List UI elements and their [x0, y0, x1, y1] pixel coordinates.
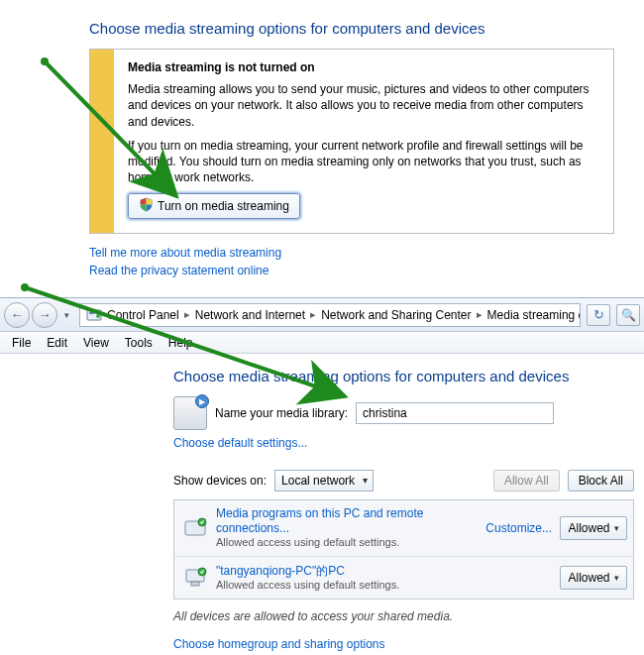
breadcrumb-item[interactable]: Network and Sharing Center — [319, 308, 473, 322]
search-icon: 🔍 — [621, 308, 636, 322]
device-icon — [180, 513, 210, 543]
back-button[interactable]: ← — [4, 302, 30, 328]
info-paragraph: Media streaming allows you to send your … — [128, 81, 599, 130]
nav-toolbar: ← → ▾ Control Panel ▸ Network and Intern… — [0, 298, 644, 332]
control-panel-icon — [86, 307, 102, 323]
show-devices-value: Local network — [281, 474, 355, 488]
menu-tools[interactable]: Tools — [117, 334, 161, 352]
allowed-dropdown[interactable]: Allowed — [560, 516, 627, 540]
show-devices-select[interactable]: Local network — [274, 470, 374, 491]
menu-file[interactable]: File — [4, 334, 39, 352]
device-list: Media programs on this PC and remote con… — [173, 499, 634, 600]
breadcrumb-item[interactable]: Media streaming options — [485, 308, 581, 322]
library-name-label: Name your media library: — [215, 406, 348, 420]
page-heading: Choose media streaming options for compu… — [89, 20, 614, 37]
chevron-right-icon[interactable]: ▸ — [181, 308, 193, 321]
device-title-link[interactable]: Media programs on this PC and remote con… — [216, 506, 485, 536]
block-all-button[interactable]: Block All — [568, 470, 634, 491]
info-accent-bar — [90, 50, 114, 233]
breadcrumb-item[interactable]: Control Panel — [105, 308, 181, 322]
shield-icon — [139, 197, 154, 216]
device-subtitle: Allowed access using default settings. — [216, 536, 485, 550]
svg-point-2 — [96, 314, 100, 318]
device-title-link[interactable]: "tangyanqiong-PC"的PC — [216, 564, 560, 579]
info-panel: Media streaming is not turned on Media s… — [89, 49, 614, 234]
show-devices-label: Show devices on: — [173, 474, 267, 488]
homegroup-link[interactable]: Choose homegroup and sharing options — [173, 637, 634, 651]
svg-rect-6 — [191, 582, 199, 586]
learn-more-link[interactable]: Tell me more about media streaming — [89, 246, 281, 260]
device-row: Media programs on this PC and remote con… — [174, 500, 633, 556]
summary-text: All devices are allowed to access your s… — [173, 609, 634, 623]
privacy-link[interactable]: Read the privacy statement online — [89, 264, 268, 277]
svg-rect-1 — [89, 312, 94, 314]
device-row: "tangyanqiong-PC"的PC Allowed access usin… — [174, 556, 633, 599]
forward-arrow-icon: → — [39, 307, 52, 322]
forward-button[interactable]: → — [32, 302, 57, 328]
device-subtitle: Allowed access using default settings. — [216, 579, 560, 593]
menu-bar: File Edit View Tools Help — [0, 332, 644, 354]
chevron-right-icon[interactable]: ▸ — [474, 308, 485, 321]
page-heading: Choose media streaming options for compu… — [173, 368, 634, 384]
turn-on-media-streaming-button[interactable]: Turn on media streaming — [128, 193, 300, 219]
explorer-window: ← → ▾ Control Panel ▸ Network and Intern… — [0, 297, 644, 655]
turn-on-button-label: Turn on media streaming — [158, 198, 289, 214]
info-title: Media streaming is not turned on — [128, 59, 599, 75]
allow-all-button[interactable]: Allow All — [493, 470, 560, 491]
library-name-input[interactable] — [356, 402, 554, 424]
menu-help[interactable]: Help — [161, 334, 201, 352]
search-button[interactable]: 🔍 — [616, 304, 640, 326]
choose-defaults-link[interactable]: Choose default settings... — [173, 436, 307, 450]
info-paragraph: If you turn on media streaming, your cur… — [128, 138, 599, 186]
breadcrumb-bar[interactable]: Control Panel ▸ Network and Internet ▸ N… — [79, 303, 581, 327]
footer-links: Choose homegroup and sharing options Cho… — [173, 637, 634, 655]
customize-link[interactable]: Customize... — [485, 521, 552, 535]
refresh-icon: ↻ — [593, 307, 604, 322]
chevron-right-icon[interactable]: ▸ — [307, 308, 319, 321]
allowed-dropdown[interactable]: Allowed — [560, 566, 627, 590]
menu-edit[interactable]: Edit — [39, 334, 75, 352]
device-icon — [180, 563, 210, 593]
history-dropdown[interactable]: ▾ — [59, 306, 73, 324]
breadcrumb-item[interactable]: Network and Internet — [193, 308, 307, 322]
menu-view[interactable]: View — [75, 334, 117, 352]
refresh-button[interactable]: ↻ — [587, 304, 610, 326]
media-library-icon: ▶ — [173, 396, 209, 430]
back-arrow-icon: ← — [11, 307, 24, 322]
